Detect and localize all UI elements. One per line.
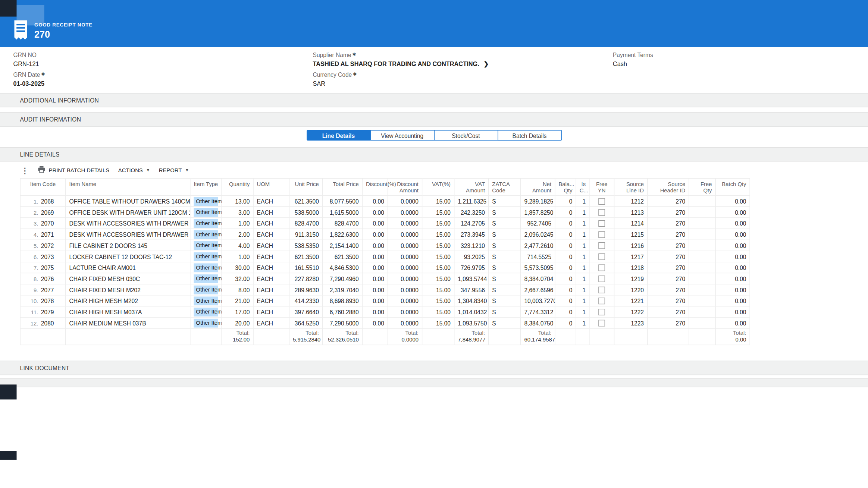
more-options-icon[interactable]: ⋮ (21, 166, 29, 174)
col-batch-qty[interactable]: Batch Qty (715, 179, 750, 196)
table-row[interactable]: 12.2080 CHAIR MEDIUM MESH 037B Other Ite… (20, 317, 750, 328)
free-yn-checkbox[interactable] (598, 198, 605, 205)
col-discount-pct[interactable]: Discount(%) (362, 179, 388, 196)
free-yn-checkbox[interactable] (598, 231, 605, 238)
col-is-c[interactable]: Is C... (576, 179, 589, 196)
chevron-right-icon[interactable]: ❯ (484, 60, 489, 67)
col-source-line-id[interactable]: Source Line ID (614, 179, 648, 196)
col-unit-price[interactable]: Unit Price (289, 179, 322, 196)
col-item-type[interactable]: Item Type (190, 179, 222, 196)
item-type-chip[interactable]: Other Item (194, 263, 218, 272)
free-yn-checkbox[interactable] (598, 276, 605, 282)
col-item-name[interactable]: Item Name (66, 179, 190, 196)
cell-free-qty (689, 306, 715, 317)
table-row[interactable]: 10.2078 CHAIR HIGH MESH M202 Other Item … (20, 295, 750, 306)
col-free-qty[interactable]: Free Qty (689, 179, 715, 196)
cell-source-header-id: 270 (648, 207, 689, 218)
cell-is-c: 1 (576, 262, 589, 273)
totals-empty (648, 328, 689, 345)
grn-date-label: GRN Date✱ (13, 71, 45, 78)
item-type-chip[interactable]: Other Item (194, 219, 218, 228)
col-balance-qty[interactable]: Bala... Qty (555, 179, 576, 196)
tab-batch-details[interactable]: Batch Details (497, 130, 561, 141)
table-row[interactable]: 7.2075 LACTURE CHAIR AM001 Other Item 30… (20, 262, 750, 273)
table-row[interactable]: 9.2077 CHAIR FIXED MESH M202 Other Item … (20, 284, 750, 295)
cell-total-price: 1,615.5000 (322, 207, 362, 218)
cell-unit-price: 364.5250 (289, 317, 322, 328)
item-code: 2078 (41, 297, 54, 304)
cell-item-code: 9.2077 (20, 284, 66, 295)
cell-vat-amount: 1,304.8340 (454, 295, 489, 306)
cell-source-header-id: 270 (648, 240, 689, 251)
item-type-chip[interactable]: Other Item (194, 285, 218, 294)
totals-empty (489, 328, 521, 345)
free-yn-checkbox[interactable] (598, 209, 605, 216)
cell-unit-price: 289.9630 (289, 284, 322, 295)
cell-total-price: 8,698.8930 (322, 295, 362, 306)
field-grn-no: GRN NO GRN-121 (13, 51, 39, 67)
free-yn-checkbox[interactable] (598, 254, 605, 260)
cell-is-c: 1 (576, 284, 589, 295)
item-type-chip[interactable]: Other Item (194, 252, 218, 261)
col-net-amount[interactable]: Net Amount (521, 179, 555, 196)
cell-free-yn (589, 207, 614, 218)
col-item-code[interactable]: Item Code (20, 179, 66, 196)
free-yn-checkbox[interactable] (598, 298, 605, 305)
totals-empty (614, 328, 648, 345)
cell-vat-pct: 15.00 (422, 262, 454, 273)
item-type-chip[interactable]: Other Item (194, 241, 218, 250)
item-type-chip[interactable]: Other Item (194, 197, 218, 206)
free-yn-checkbox[interactable] (598, 309, 605, 315)
report-dropdown[interactable]: REPORT ▼ (159, 167, 189, 173)
item-type-chip[interactable]: Other Item (194, 208, 218, 217)
section-line-details[interactable]: LINE DETAILS (0, 147, 868, 162)
cell-item-code: 12.2080 (20, 317, 66, 328)
table-row[interactable]: 8.2076 CHAIR FIXED MESH 030C Other Item … (20, 273, 750, 284)
free-yn-checkbox[interactable] (598, 265, 605, 271)
col-quantity[interactable]: Quantity (222, 179, 253, 196)
cell-balance-qty: 0 (555, 306, 576, 317)
section-additional-information[interactable]: ADDITIONAL INFORMATION (0, 93, 868, 107)
col-vat-pct[interactable]: VAT(%) (422, 179, 454, 196)
table-row[interactable]: 4.2071 DESK WITH ACCESSORIES WITH DRAWER… (20, 229, 750, 240)
cell-uom: EACH (253, 207, 289, 218)
tab-view-accounting[interactable]: View Accounting (370, 130, 434, 141)
section-link-document[interactable]: LINK DOCUMENT (0, 361, 868, 375)
cell-is-c: 1 (576, 317, 589, 328)
left-edge-block (0, 451, 17, 460)
cell-balance-qty: 0 (555, 196, 576, 207)
free-yn-checkbox[interactable] (598, 220, 605, 227)
free-yn-checkbox[interactable] (598, 320, 605, 327)
table-row[interactable]: 3.2070 DESK WITH ACCESSORIES WITH DRAWER… (20, 218, 750, 229)
col-source-header-id[interactable]: Source Header ID (648, 179, 689, 196)
tab-stock-cost[interactable]: Stock/Cost (434, 130, 498, 141)
cell-free-yn (589, 317, 614, 328)
table-row[interactable]: 5.2072 FILE CABINET 2 DOORS 145 Other It… (20, 240, 750, 251)
item-type-chip[interactable]: Other Item (194, 296, 218, 305)
table-row[interactable]: 1.2068 OFFICE TABLE WITHOUT DRAWERS 140C… (20, 196, 750, 207)
free-yn-checkbox[interactable] (598, 242, 605, 249)
cell-net-amount: 714.5525 (521, 251, 555, 262)
cell-batch-qty: 0.00 (715, 251, 750, 262)
item-type-chip[interactable]: Other Item (194, 307, 218, 316)
table-row[interactable]: 11.2079 CHAIR HIGH MESH M037A Other Item… (20, 306, 750, 317)
table-row[interactable]: 6.2073 LOCKER CABINET 12 DOORS TAC-12 Ot… (20, 251, 750, 262)
item-type-chip[interactable]: Other Item (194, 274, 218, 283)
col-uom[interactable]: UOM (253, 179, 289, 196)
col-free-yn[interactable]: Free YN (589, 179, 614, 196)
actions-dropdown[interactable]: ACTIONS ▼ (118, 167, 150, 173)
item-type-chip[interactable]: Other Item (194, 230, 218, 239)
col-total-price[interactable]: Total Price (322, 179, 362, 196)
field-currency: Currency Code✱ SAR (313, 71, 357, 87)
cell-batch-qty: 0.00 (715, 229, 750, 240)
free-yn-checkbox[interactable] (598, 287, 605, 293)
col-zatca-code[interactable]: ZATCA Code (489, 179, 521, 196)
tab-line-details[interactable]: Line Details (306, 130, 370, 141)
print-batch-details-button[interactable]: PRINT BATCH DETAILS (38, 166, 109, 174)
col-vat-amount[interactable]: VAT Amount (454, 179, 489, 196)
section-audit-information[interactable]: AUDIT INFORMATION (0, 112, 868, 127)
item-type-chip[interactable]: Other Item (194, 318, 218, 327)
cell-net-amount: 2,477.2610 (521, 240, 555, 251)
table-row[interactable]: 2.2069 OFFICE DESK WITH DRAWER UNIT 120C… (20, 207, 750, 218)
totals-empty (190, 328, 222, 345)
